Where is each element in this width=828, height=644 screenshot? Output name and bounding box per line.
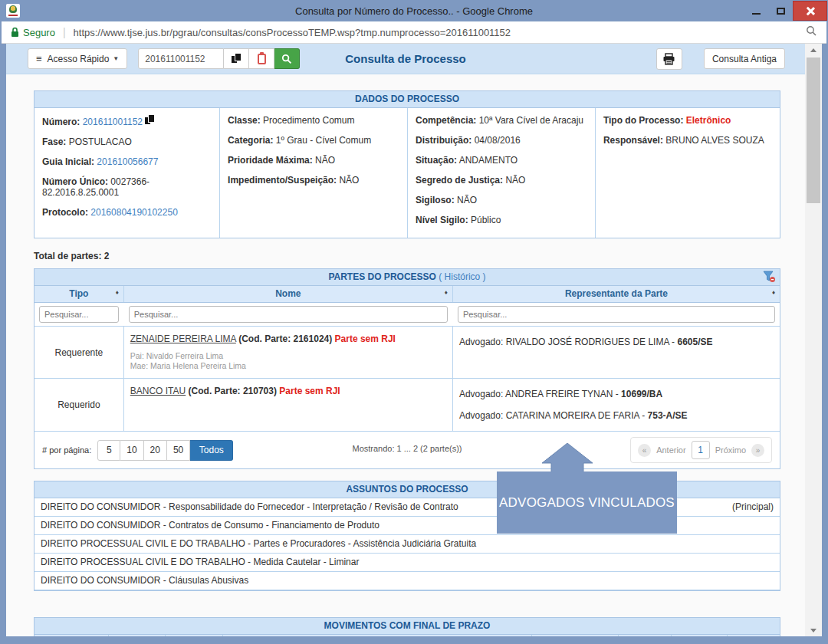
pagination-bar: # por página: 5 10 20 50 Todos Mostrando… (34, 432, 780, 468)
column-header: Localização (166, 635, 223, 636)
column-header-representante[interactable]: Representante da Parte♦ (452, 286, 780, 302)
print-button[interactable] (656, 48, 682, 70)
process-data-col2: Classe: Procedimento Comum Categoria: 1º… (219, 108, 407, 238)
window-titlebar: Consulta por Número do Processo.. - Goog… (0, 0, 828, 21)
zoom-icon[interactable] (806, 25, 817, 40)
sort-icon[interactable]: ♦ (116, 289, 119, 296)
menu-icon: ≡ (36, 53, 42, 64)
per-page-options: 5 10 20 50 Todos (97, 440, 233, 461)
clear-button[interactable] (249, 48, 274, 69)
annotation-arrow-up-icon (540, 443, 594, 472)
page-title: Consulta de Processo (345, 52, 466, 65)
filter-tipo-input[interactable] (39, 306, 119, 323)
party-name-cell: BANCO ITAU (Cod. Parte: 210703) Parte se… (123, 379, 452, 431)
showing-status: Mostrando: 1 ... 2 (2 parte(s)) (352, 444, 462, 453)
column-header: Descrição (223, 635, 532, 636)
filter-nome-input[interactable] (129, 306, 448, 323)
movements-title: MOVIMENTOS COM FINAL DE PRAZO (34, 618, 780, 635)
per-page-5[interactable]: 5 (97, 440, 120, 461)
field-value: Público (471, 215, 501, 225)
scroll-up-icon[interactable] (805, 44, 822, 56)
column-header-nome[interactable]: Nome♦ (123, 286, 452, 302)
field-label: Protocolo: (42, 207, 88, 218)
page-viewport: ≡ Acesso Rápido ▼ Consulta de Processo (6, 44, 805, 636)
sort-icon[interactable]: ♦ (772, 289, 775, 296)
per-page-20[interactable]: 20 (144, 440, 167, 461)
per-page-10[interactable]: 10 (120, 440, 143, 461)
list-item: DIREITO DO CONSUMIDOR - Cláusulas Abusiv… (34, 572, 780, 590)
party-name-link[interactable]: BANCO ITAU (130, 386, 186, 396)
process-number-link[interactable]: 201611001152 (83, 117, 143, 127)
column-header-tipo[interactable]: Tipo♦ (34, 286, 123, 302)
field-label: Situação: (416, 155, 457, 166)
party-type: Requerido (34, 379, 123, 431)
close-icon (806, 6, 815, 15)
old-consult-button[interactable]: Consulta Antiga (704, 48, 785, 69)
scroll-down-icon[interactable] (805, 624, 822, 636)
sort-icon[interactable]: ♦ (445, 289, 448, 296)
protocolo-link[interactable]: 20160804190102250 (90, 207, 177, 218)
movements-header-row: Data Tipo Localização Descrição Data Ini… (34, 635, 780, 636)
lawyer-line: Advogado: ANDREA FREIRE TYNAN - 10699/BA (459, 389, 774, 399)
field-value: NÃO (505, 175, 525, 186)
maximize-button[interactable] (768, 0, 793, 21)
filter-representante-input[interactable] (458, 306, 775, 323)
lock-icon (11, 27, 19, 38)
parties-title: PARTES DO PROCESSO ( Histórico ) (34, 269, 780, 286)
quick-access-button[interactable]: ≡ Acesso Rápido ▼ (28, 48, 127, 69)
clipboard-icon (258, 54, 266, 64)
next-button[interactable]: Próximo (715, 445, 746, 455)
previous-button[interactable]: Anterior (656, 445, 686, 455)
party-name-link[interactable]: ZENAIDE PEREIRA LIMA (130, 334, 236, 344)
subjects-panel: ASSUNTOS DO PROCESSO DIREITO DO CONSUMID… (34, 481, 780, 591)
minimize-icon (752, 13, 761, 15)
per-page-todos[interactable]: Todos (190, 440, 233, 461)
minimize-button[interactable] (744, 0, 768, 21)
per-page-50[interactable]: 50 (167, 440, 190, 461)
table-row: Requerido BANCO ITAU (Cod. Parte: 210703… (34, 379, 780, 432)
field-label: Responsável: (603, 135, 663, 146)
url-separator: | (63, 26, 66, 38)
filter-icon[interactable] (763, 271, 776, 285)
process-number-input[interactable] (138, 48, 224, 69)
process-data-panel: DADOS DO PROCESSO Número: 201611001152 F… (34, 90, 780, 238)
parties-filter-row (34, 303, 780, 327)
scrollbar-thumb[interactable] (807, 58, 820, 203)
guia-inicial-link[interactable]: 201610056677 (97, 156, 158, 167)
parties-header-row: Tipo♦ Nome♦ Representante da Parte♦ (34, 286, 780, 303)
field-value: NÃO (315, 155, 335, 166)
url-text[interactable]: https://www.tjse.jus.br/pgrau/consultas/… (74, 27, 511, 38)
principal-tag: (Principal) (732, 501, 774, 512)
field-label: Categoria: (228, 135, 273, 146)
parties-title-text: PARTES DO PROCESSO (328, 271, 435, 282)
column-header: Tipo do Prazo (619, 635, 672, 636)
historico-link[interactable]: ( Histórico ) (439, 271, 485, 282)
first-page-icon[interactable]: « (638, 444, 651, 457)
deadline-movements-panel: MOVIMENTOS COM FINAL DE PRAZO Data Tipo … (34, 617, 780, 636)
vertical-scrollbar[interactable] (805, 44, 822, 636)
field-value: BRUNO ALVES SOUZA (665, 135, 764, 146)
process-search-group (138, 48, 300, 69)
party-code: (Cod. Parte: 210703) (189, 386, 277, 396)
window-title: Consulta por Número do Processo.. - Goog… (295, 5, 533, 17)
close-button[interactable] (793, 1, 827, 21)
party-representative-cell: Advogado: RIVALDO JOSÉ RODRIGUES DE LIMA… (452, 327, 780, 378)
field-label: Classe: (228, 115, 261, 126)
page-content: DADOS DO PROCESSO Número: 201611001152 F… (6, 74, 805, 636)
security-indicator[interactable]: Seguro (11, 27, 55, 38)
copy-number-button[interactable] (224, 48, 249, 69)
party-representative-cell: Advogado: ANDREA FREIRE TYNAN - 10699/BA… (452, 379, 780, 431)
address-bar[interactable]: Seguro | https://www.tjse.jus.br/pgrau/c… (2, 21, 826, 44)
column-header: Fim de Prazo (727, 635, 780, 636)
movements-table: Data Tipo Localização Descrição Data Ini… (34, 635, 780, 636)
search-button[interactable] (274, 48, 300, 69)
tjse-favicon-icon (6, 4, 20, 18)
party-parents: Pai: Nivaldo Ferreira Lima Mae: Maria He… (130, 351, 446, 371)
field-label: Fase: (42, 136, 66, 147)
rji-warning: Parte sem RJI (279, 386, 340, 396)
total-parties-label: Total de partes: (34, 251, 101, 261)
last-page-icon[interactable]: » (751, 444, 764, 457)
copy-icon[interactable] (145, 115, 154, 125)
field-value: POSTULACAO (69, 136, 132, 147)
current-page[interactable]: 1 (692, 441, 710, 459)
